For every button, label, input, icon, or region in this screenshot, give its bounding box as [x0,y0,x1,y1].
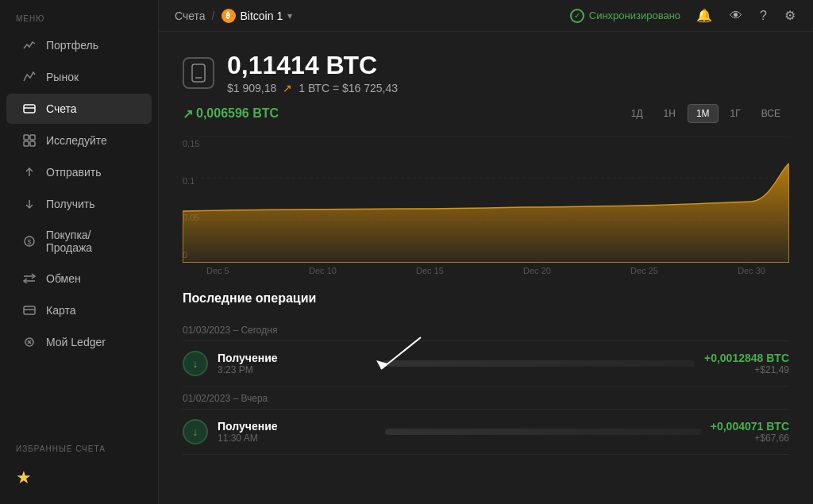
svg-rect-2 [24,135,29,140]
chart-wrapper: 0.15 0.1 0.05 0 [183,136,789,263]
sidebar-item-accounts[interactable]: Счета [6,94,152,124]
tx-time-2: 11:30 AM [218,433,376,444]
date-label-yesterday: 01/02/2023 – Вчера [183,387,789,410]
tx-amount: +0,0012848 BTC +$21,49 [704,352,789,375]
sync-status: ✓ Синхронизировано [570,9,680,23]
tx-btc-amount: +0,0012848 BTC [704,352,789,364]
tx-btc-amount-2: +0,004071 BTC [711,420,789,433]
tx-usd-amount-2: +$67,66 [711,433,789,444]
change-value: 0,006596 BTC [196,106,279,121]
main-area: Счета / ₿ Bitcoin 1 ▾ ✓ Синхронизировано… [159,0,813,504]
tx-info-2: Получение 11:30 AM [218,420,376,444]
chart-x-labels: Dec 5 Dec 10 Dec 15 Dec 20 Dec 25 Dec 30 [183,263,789,275]
tx-type: Получение [218,352,373,364]
menu-label: МЕНЮ [0,0,158,29]
table-row: ↓ Получение 3:23 PM +0,0012848 BTC +$21,… [183,341,789,387]
sidebar-item-my-ledger[interactable]: Мой Ledger [6,327,152,357]
tx-info: Получение 3:23 PM [218,352,373,375]
sidebar-item-market-label: Рынок [46,71,79,83]
receive-tx-icon-2: ↓ [183,419,208,444]
period-1y[interactable]: 1Г [722,104,749,123]
sidebar-item-receive-label: Получить [46,198,95,210]
balance-btc-value: 0,11414 ВТС [227,51,398,80]
eye-icon[interactable]: 👁 [728,7,744,25]
receive-tx-icon: ↓ [183,351,208,376]
rate-label: 1 ВТС = $16 725,43 [299,82,398,94]
send-icon [22,165,37,179]
breadcrumb-separator: / [212,10,215,22]
sidebar-item-explore-label: Исследуйте [46,134,107,147]
current-account-name: Bitcoin 1 [241,10,283,22]
period-1h[interactable]: 1Н [655,104,684,123]
sync-label: Синхронизировано [589,10,680,21]
sidebar-item-portfolio[interactable]: Портфель [6,30,152,60]
table-row: ↓ Получение 11:30 AM +0,004071 BTC +$67,… [183,410,789,455]
tx-amount-2: +0,004071 BTC +$67,66 [711,420,789,444]
sidebar-item-card-label: Карта [46,304,75,317]
sidebar-item-receive[interactable]: Получить [6,189,152,219]
sidebar-item-explore[interactable]: Исследуйте [6,125,152,156]
transaction-group-today: ↓ Получение 3:23 PM +0,0012848 BTC +$21,… [183,341,789,387]
sync-check-icon: ✓ [570,9,584,23]
market-icon [22,70,37,84]
exchange-icon [22,271,37,286]
sidebar-item-card[interactable]: Карта [6,295,152,325]
star-icon: ★ [16,467,32,488]
chart-area: 0.15 0.1 0.05 0 [183,136,789,263]
balance-btc: 0,11414 ВТС $1 909,18 ↗ 1 ВТС = $16 725,… [227,51,398,94]
operations-section: Последние операции 01/03/2023 – Сегодня … [159,275,813,471]
portfolio-icon [22,38,37,52]
breadcrumb-current-account[interactable]: ₿ Bitcoin 1 ▾ [222,9,293,23]
operations-title: Последние операции [183,291,789,306]
help-icon[interactable]: ? [758,7,769,25]
period-1d[interactable]: 1Д [622,104,652,123]
receive-icon [22,197,37,211]
buy-sell-icon: $ [22,234,37,248]
change-positive: ↗ 0,006596 BTC [183,106,279,121]
topbar-right: ✓ Синхронизировано 🔔 👁 ? ⚙ [570,6,797,25]
bell-icon[interactable]: 🔔 [695,6,714,25]
sidebar-item-send[interactable]: Отправить [6,157,152,187]
balance-usd-value: $1 909,18 [227,82,276,94]
sidebar-item-buy-sell-label: Покупка/Продажа [46,229,136,254]
balance-usd-row: $1 909,18 ↗ 1 ВТС = $16 725,43 [227,82,398,94]
content-area: 0,11414 ВТС $1 909,18 ↗ 1 ВТС = $16 725,… [159,32,813,504]
sidebar-item-exchange-label: Обмен [46,272,81,285]
card-icon [22,303,37,317]
account-device-icon [183,57,214,89]
chart-svg [183,136,789,263]
chart-svg-area [183,136,789,263]
tx-usd-amount: +$21,49 [704,364,789,375]
sidebar-item-market[interactable]: Рынок [6,62,152,92]
sidebar-item-send-label: Отправить [46,166,101,179]
tx-type-2: Получение [218,420,376,433]
settings-icon[interactable]: ⚙ [783,6,797,25]
account-header: 0,11414 ВТС $1 909,18 ↗ 1 ВТС = $16 725,… [159,32,813,136]
period-all[interactable]: ВСЕ [753,104,789,123]
svg-text:$: $ [27,238,31,246]
svg-rect-10 [24,306,35,314]
period-1m[interactable]: 1М [688,104,719,123]
svg-rect-5 [30,141,35,146]
topbar: Счета / ₿ Bitcoin 1 ▾ ✓ Синхронизировано… [159,0,813,32]
svg-rect-4 [24,141,29,146]
sidebar-item-portfolio-label: Портфель [46,39,98,52]
sidebar-item-buy-sell[interactable]: $ Покупка/Продажа [6,221,152,262]
explore-icon [22,133,37,148]
bitcoin-icon: ₿ [222,9,236,23]
sidebar-item-my-ledger-label: Мой Ledger [46,336,106,348]
svg-rect-3 [30,135,35,140]
my-ledger-icon [22,335,37,349]
favorites-area: ★ [0,460,158,504]
svg-rect-0 [24,105,35,113]
date-label-today: 01/03/2023 – Сегодня [183,318,789,341]
period-buttons: 1Д 1Н 1М 1Г ВСЕ [622,104,789,123]
change-period-row: ↗ 0,006596 BTC 1Д 1Н 1М 1Г ВСЕ [183,104,789,123]
sidebar-item-exchange[interactable]: Обмен [6,264,152,294]
favorites-label: ИЗБРАННЫЕ СЧЕТА [0,430,158,460]
breadcrumb-accounts[interactable]: Счета [175,10,206,22]
chevron-down-icon: ▾ [287,10,292,21]
sidebar-item-accounts-label: Счета [46,102,77,115]
tx-hash-bar-2 [385,429,701,435]
tx-hash-bar [383,360,695,367]
